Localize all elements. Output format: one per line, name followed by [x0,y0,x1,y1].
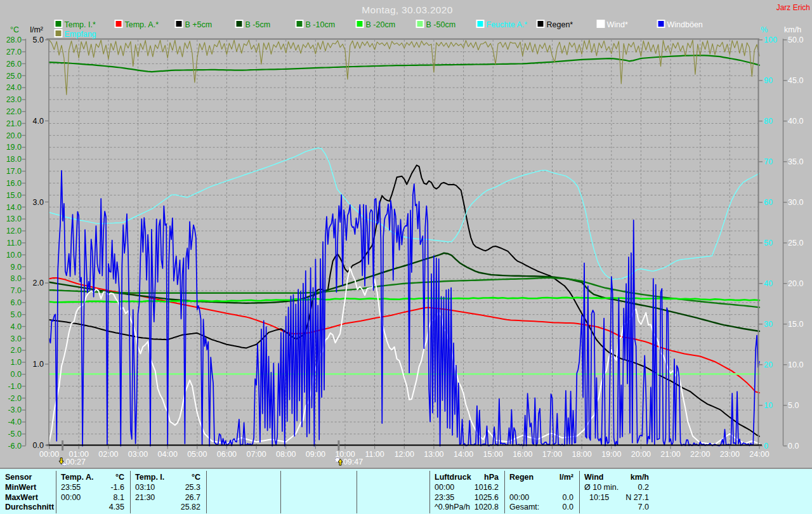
svg-text:40.0: 40.0 [788,117,803,126]
svg-text:27.0: 27.0 [6,48,22,56]
svg-text:25.0: 25.0 [788,239,803,247]
svg-text:12:00: 12:00 [395,450,414,459]
svg-text:18.0: 18.0 [6,155,22,164]
svg-text:50: 50 [764,239,773,247]
svg-text:00:27: 00:27 [66,458,86,466]
svg-text:1.0: 1.0 [11,358,22,367]
svg-text:20: 20 [764,360,773,369]
svg-text:Montag, 30.03.2020: Montag, 30.03.2020 [362,4,452,15]
svg-text:15:00: 15:00 [483,450,503,459]
svg-text:-5.0: -5.0 [8,430,22,438]
svg-text:6.0: 6.0 [11,298,22,307]
svg-text:B -50cm: B -50cm [426,20,456,29]
svg-text:5.0: 5.0 [11,310,22,319]
svg-text:10.0: 10.0 [6,251,22,260]
svg-text:11:00: 11:00 [365,450,384,459]
svg-text:19:00: 19:00 [601,450,621,459]
svg-text:70: 70 [764,157,773,166]
svg-text:4.0: 4.0 [33,117,44,126]
svg-text:24.0: 24.0 [6,83,22,92]
svg-text:10: 10 [764,401,773,410]
svg-text:1.0: 1.0 [33,360,44,369]
svg-text:Empfang: Empfang [65,30,96,39]
svg-text:04:00: 04:00 [158,450,178,459]
svg-text:2.0: 2.0 [33,279,44,287]
svg-text:Temp. I.*: Temp. I.* [65,20,96,29]
svg-text:Wind*: Wind* [607,20,628,29]
svg-text:Jarz Erich: Jarz Erich [776,3,810,12]
svg-text:4.0: 4.0 [11,322,22,331]
svg-text:22.0: 22.0 [6,107,22,116]
svg-text:05:00: 05:00 [187,450,207,459]
svg-text:13.0: 13.0 [6,214,22,223]
svg-text:Windböen: Windböen [667,20,703,29]
svg-text:3.0: 3.0 [33,198,44,207]
svg-text:17:00: 17:00 [542,450,562,459]
svg-text:9.0: 9.0 [11,263,22,272]
svg-text:-3.0: -3.0 [8,405,22,414]
svg-text:B +5cm: B +5cm [185,20,213,29]
svg-text:3.0: 3.0 [11,334,22,343]
svg-text:09:47: 09:47 [343,458,363,466]
svg-text:24:00: 24:00 [749,450,769,459]
svg-text:26.0: 26.0 [6,60,22,69]
svg-text:08:00: 08:00 [276,450,296,459]
svg-text:40: 40 [764,279,773,288]
svg-text:B -20cm: B -20cm [366,20,396,29]
svg-text:5.0: 5.0 [33,36,44,44]
svg-text:2.0: 2.0 [11,346,22,355]
svg-text:07:00: 07:00 [246,450,266,459]
svg-text:00:00: 00:00 [39,450,59,459]
svg-text:-1.0: -1.0 [8,382,22,391]
svg-text:-6.0: -6.0 [8,442,22,451]
svg-text:22:00: 22:00 [690,450,710,459]
svg-text:10.0: 10.0 [788,360,803,369]
svg-text:20.0: 20.0 [788,279,803,288]
svg-text:11.0: 11.0 [7,239,22,247]
svg-text:06:00: 06:00 [217,450,237,459]
svg-text:15.0: 15.0 [788,320,803,329]
svg-text:l/m²: l/m² [30,25,43,34]
svg-text:0.0: 0.0 [33,441,44,450]
svg-text:7.0: 7.0 [11,286,22,295]
svg-text:60: 60 [764,198,773,207]
svg-text:80: 80 [764,117,773,126]
svg-text:B -5cm: B -5cm [246,20,271,29]
svg-text:20.0: 20.0 [6,131,22,140]
svg-text:21:00: 21:00 [660,450,680,459]
svg-text:5.0: 5.0 [788,401,799,410]
svg-text:14:00: 14:00 [454,450,473,459]
svg-text:03:00: 03:00 [128,450,148,459]
svg-text:12.0: 12.0 [6,227,22,235]
svg-text:16.0: 16.0 [6,179,22,188]
svg-text:0: 0 [764,442,768,451]
svg-text:18:00: 18:00 [572,450,591,459]
svg-text:19.0: 19.0 [6,143,22,152]
svg-text:21.0: 21.0 [6,119,22,128]
svg-text:B -10cm: B -10cm [306,20,336,29]
svg-text:0.0: 0.0 [11,370,22,379]
svg-text:90: 90 [764,76,773,85]
svg-text:-4.0: -4.0 [8,418,22,426]
svg-text:15.0: 15.0 [6,191,22,200]
svg-text:23:00: 23:00 [720,450,740,459]
svg-text:%: % [761,25,768,34]
svg-text:Feuchte A.*: Feuchte A.* [487,20,528,29]
svg-text:35.0: 35.0 [788,157,803,166]
svg-text:25.0: 25.0 [6,72,22,81]
svg-text:09:00: 09:00 [306,450,325,459]
svg-text:16:00: 16:00 [513,450,532,459]
svg-text:100: 100 [764,36,777,44]
svg-text:20:00: 20:00 [631,450,651,459]
svg-text:0.0: 0.0 [788,442,799,451]
svg-text:km/h: km/h [784,25,801,34]
svg-text:30.0: 30.0 [788,198,803,207]
svg-text:14.0: 14.0 [6,203,22,212]
svg-text:Temp. A.*: Temp. A.* [125,20,159,29]
svg-text:30: 30 [764,320,773,329]
svg-text:-2.0: -2.0 [8,394,22,403]
svg-text:17.0: 17.0 [6,167,22,176]
svg-text:°C: °C [10,25,19,34]
svg-text:50.0: 50.0 [788,36,803,44]
svg-text:45.0: 45.0 [788,76,803,85]
